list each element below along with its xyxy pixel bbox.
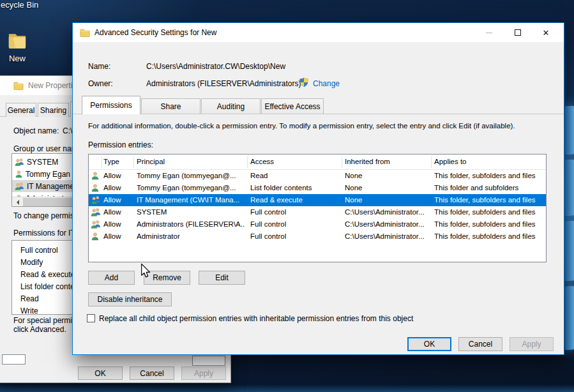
- desktop-folder-new[interactable]: New: [3, 32, 32, 63]
- change-owner-link[interactable]: Change: [313, 79, 340, 88]
- col-principal[interactable]: Principal: [137, 158, 165, 165]
- desktop-folder-label: New: [3, 54, 32, 63]
- minimize-button[interactable]: [476, 23, 502, 42]
- cell-access: List folder contents: [250, 184, 312, 192]
- dialog-title: Advanced Security Settings for New: [94, 28, 216, 37]
- user-icon: [15, 170, 23, 178]
- cell-access: Full control: [250, 232, 286, 240]
- instruction-text: For additional information, double-click…: [88, 122, 515, 130]
- cell-type: Allow: [103, 172, 121, 179]
- object-name-value: C:\: [63, 126, 72, 135]
- table-row[interactable]: Allow SYSTEM Full control C:\Users\Admin…: [89, 206, 546, 218]
- windows-logo-segment: [565, 286, 574, 351]
- table-row[interactable]: Allow Administrators (FILESERVER\A... Fu…: [89, 218, 546, 230]
- listbox-fragment: [2, 354, 26, 365]
- cell-principal: Tommy Egan (tommyegan@...: [137, 184, 245, 192]
- special-permissions-text2: click Advanced.: [13, 325, 66, 334]
- table-row[interactable]: Allow Tommy Egan (tommyegan@... Read Non…: [89, 170, 546, 182]
- tab-general[interactable]: General: [6, 103, 36, 117]
- cancel-button[interactable]: Cancel: [130, 366, 174, 380]
- replace-permissions-checkbox[interactable]: [87, 314, 95, 322]
- cell-inherited-from: None: [345, 184, 363, 192]
- cell-type: Allow: [103, 196, 121, 204]
- apply-button[interactable]: Apply: [510, 337, 554, 351]
- windows-logo-segment: [565, 221, 574, 282]
- folder-icon: [80, 28, 90, 37]
- cell-access: Full control: [250, 220, 286, 228]
- cell-principal: Tommy Egan (tommyegan@...: [137, 172, 245, 179]
- list-item-label: Tommy Egan (: [26, 170, 75, 179]
- cell-applies-to: This folder, subfolders and files: [434, 208, 545, 216]
- to-change-text: To change permissi: [13, 211, 79, 220]
- ok-button[interactable]: OK: [407, 337, 451, 351]
- recycle-bin-label[interactable]: ecycle Bin: [1, 0, 38, 10]
- table-row[interactable]: Allow Tommy Egan (tommyegan@... List fol…: [89, 182, 546, 194]
- list-item-label: IT Managemen: [27, 182, 79, 191]
- tab-auditing[interactable]: Auditing: [201, 98, 261, 114]
- apply-button[interactable]: Apply: [181, 366, 226, 380]
- col-type[interactable]: Type: [103, 158, 119, 165]
- cell-applies-to: This folder, subfolders and files: [434, 232, 545, 240]
- cell-inherited-from: None: [345, 196, 363, 204]
- special-permissions-text: For special permissi: [13, 316, 82, 325]
- windows-logo-segment: [565, 106, 574, 155]
- cell-type: Allow: [103, 232, 121, 240]
- desktop: ecycle Bin New New Properties General Sh…: [0, 0, 574, 392]
- cell-principal: Administrator: [137, 232, 245, 240]
- table-row-selected[interactable]: Allow IT Management (CW\IT Mana... Read …: [89, 194, 546, 206]
- maximize-button[interactable]: [505, 23, 531, 42]
- owner-value: Administrators (FILESERVER\Administrator…: [146, 79, 301, 88]
- maximize-icon: [515, 29, 521, 36]
- col-access[interactable]: Access: [250, 158, 274, 165]
- cell-inherited-from: None: [345, 172, 363, 179]
- permission-label: Write: [20, 306, 38, 315]
- listbox-fragment: [192, 356, 225, 366]
- advanced-security-dialog: Advanced Security Settings for New ✕ Nam…: [72, 22, 564, 355]
- cell-access: Read & execute: [250, 196, 303, 204]
- cell-inherited-from: C:\Users\Administrator...: [345, 220, 425, 228]
- disable-inheritance-button[interactable]: Disable inheritance: [88, 292, 172, 306]
- folder-icon: [8, 32, 27, 49]
- table-header[interactable]: Type Principal Access Inherited from App…: [89, 155, 546, 170]
- permission-label: Read & execute: [20, 270, 75, 279]
- add-button[interactable]: Add: [88, 271, 135, 285]
- permission-entries-table: Type Principal Access Inherited from App…: [88, 154, 547, 262]
- col-inherited-from[interactable]: Inherited from: [345, 158, 390, 165]
- table-row[interactable]: Allow Administrator Full control C:\User…: [89, 230, 546, 243]
- cancel-button[interactable]: Cancel: [458, 337, 502, 351]
- permission-label: Modify: [20, 258, 43, 267]
- mouse-cursor-icon: [140, 263, 151, 279]
- close-button[interactable]: ✕: [533, 23, 559, 42]
- user-icon: [91, 171, 100, 180]
- cell-type: Allow: [103, 220, 121, 228]
- group-icon: [15, 158, 24, 166]
- tab-sharing[interactable]: Sharing: [38, 103, 69, 117]
- cell-applies-to: This folder, subfolders and files: [434, 172, 545, 179]
- close-icon: ✕: [543, 29, 550, 37]
- permission-label: Read: [20, 294, 39, 303]
- permission-label: List folder conten: [20, 282, 79, 291]
- tab-share[interactable]: Share: [141, 98, 200, 114]
- scroll-left-arrow-icon[interactable]: [12, 197, 22, 207]
- group-icon: [91, 195, 101, 204]
- group-icon: [15, 182, 24, 190]
- owner-label: Owner:: [88, 79, 113, 88]
- cell-inherited-from: C:\Users\Administrator...: [345, 232, 425, 240]
- cell-type: Allow: [103, 208, 121, 216]
- tab-effective-access[interactable]: Effective Access: [261, 98, 324, 114]
- cell-inherited-from: C:\Users\Administrator...: [345, 208, 425, 216]
- cell-applies-to: This folder, subfolders and files: [434, 196, 545, 204]
- replace-permissions-label: Replace all child object permission entr…: [99, 314, 413, 323]
- cell-principal: IT Management (CW\IT Mana...: [137, 196, 245, 204]
- cell-type: Allow: [103, 184, 121, 192]
- object-name-label: Object name:: [13, 126, 59, 135]
- tab-permissions[interactable]: Permissions: [82, 96, 140, 114]
- user-icon: [91, 183, 100, 192]
- ok-button[interactable]: OK: [78, 366, 123, 380]
- cell-access: Read: [250, 172, 268, 179]
- name-label: Name:: [88, 62, 110, 71]
- col-applies-to[interactable]: Applies to: [434, 158, 467, 165]
- permission-label: Full control: [20, 246, 58, 255]
- edit-button[interactable]: Edit: [199, 271, 245, 285]
- folder-icon: [13, 81, 24, 90]
